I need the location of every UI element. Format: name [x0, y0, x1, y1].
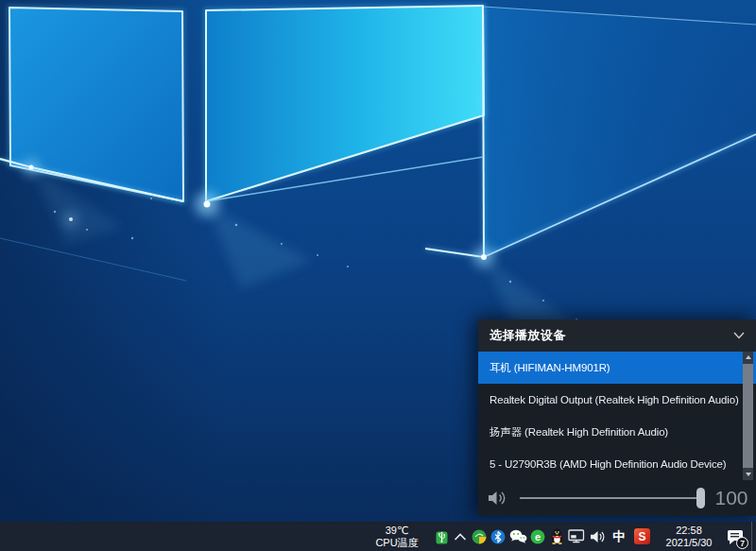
- cpu-temp-widget[interactable]: 39℃ CPU温度: [369, 525, 424, 548]
- cpu-temp-value: 39℃: [369, 525, 424, 537]
- bluetooth-icon[interactable]: [489, 522, 507, 551]
- security-tool-icon[interactable]: [470, 522, 489, 551]
- svg-text:e: e: [535, 530, 541, 542]
- browser-e-icon[interactable]: e: [528, 522, 547, 551]
- volume-value: 100: [713, 487, 756, 509]
- scrollbar-thumb[interactable]: [743, 364, 753, 468]
- cpu-temp-label: CPU温度: [369, 537, 424, 549]
- flyout-header: 选择播放设备: [478, 319, 756, 352]
- hidden-icons-chevron-icon[interactable]: [451, 522, 470, 551]
- scroll-up-arrow[interactable]: [743, 352, 753, 363]
- volume-row: 100: [478, 480, 756, 516]
- flyout-title: 选择播放设备: [490, 327, 566, 344]
- playback-device-item[interactable]: 5 - U2790R3B (AMD High Definition Audio …: [478, 448, 756, 480]
- taskbar: 39℃ CPU温度: [0, 522, 756, 551]
- device-label: 扬声器 (Realtek High Definition Audio): [490, 425, 668, 439]
- list-scrollbar[interactable]: [743, 352, 753, 480]
- speaker-icon[interactable]: [488, 490, 510, 507]
- taskbar-clock[interactable]: 22:58 2021/5/30: [659, 525, 719, 549]
- ime-language-indicator[interactable]: 中: [608, 528, 630, 545]
- playback-device-item[interactable]: 耳机 (HIFIMAN-HM901R): [478, 352, 756, 384]
- playback-device-list: 耳机 (HIFIMAN-HM901R) Realtek Digital Outp…: [478, 352, 756, 480]
- clock-date: 2021/5/30: [659, 537, 719, 549]
- show-desktop-button[interactable]: [751, 522, 756, 551]
- playback-device-item[interactable]: 扬声器 (Realtek High Definition Audio): [478, 416, 756, 448]
- audio-flyout: 选择播放设备 耳机 (HIFIMAN-HM901R) Realtek Digit…: [478, 319, 756, 516]
- sogou-input-icon[interactable]: S: [634, 528, 650, 544]
- usb-safely-remove-icon[interactable]: [432, 522, 451, 551]
- system-tray: 39℃ CPU温度: [369, 522, 756, 551]
- volume-taskbar-icon[interactable]: [587, 522, 608, 551]
- scroll-down-arrow[interactable]: [743, 469, 753, 480]
- playback-device-item[interactable]: Realtek Digital Output (Realtek High Def…: [478, 384, 756, 416]
- desktop-screen: 选择播放设备 耳机 (HIFIMAN-HM901R) Realtek Digit…: [0, 0, 756, 551]
- clock-time: 22:58: [659, 525, 719, 537]
- network-icon[interactable]: [566, 522, 587, 551]
- notification-badge: 7: [736, 537, 748, 549]
- volume-slider-thumb[interactable]: [696, 488, 705, 508]
- wechat-icon[interactable]: [507, 522, 528, 551]
- device-label: 5 - U2790R3B (AMD High Definition Audio …: [490, 458, 727, 470]
- volume-slider[interactable]: [520, 497, 703, 499]
- chevron-down-icon[interactable]: [733, 332, 745, 339]
- qq-penguin-icon[interactable]: [547, 522, 566, 551]
- device-label: 耳机 (HIFIMAN-HM901R): [490, 361, 610, 375]
- device-label: Realtek Digital Output (Realtek High Def…: [490, 394, 739, 405]
- action-center-button[interactable]: 7: [719, 522, 751, 551]
